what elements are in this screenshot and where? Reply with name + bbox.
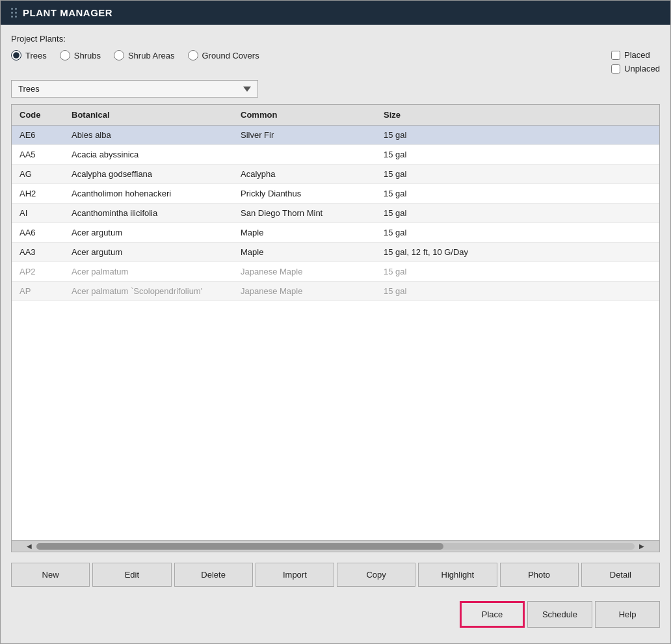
dropdown-row: Trees Shrubs Shrub Areas Ground Covers — [11, 80, 660, 98]
col-header-code: Code — [17, 109, 69, 121]
highlight-button[interactable]: Highlight — [418, 563, 497, 587]
cell-code: AE6 — [17, 129, 69, 141]
cell-common: San Diego Thorn Mint — [238, 207, 381, 219]
plant-table: Code Botanical Common Size AE6 Abies alb… — [11, 104, 660, 552]
cell-common — [238, 148, 381, 161]
title-bar: PLANT MANAGER — [1, 1, 670, 25]
place-button[interactable]: Place — [460, 601, 525, 628]
project-plants-label: Project Plants: — [11, 34, 660, 44]
plant-manager-panel: PLANT MANAGER Project Plants: Trees Shru… — [0, 0, 671, 644]
table-row[interactable]: AA3 Acer argutum Maple 15 gal, 12 ft, 10… — [12, 243, 659, 262]
radio-shrubs-label: Shrubs — [74, 51, 101, 60]
cell-common: Japanese Maple — [238, 265, 381, 278]
checkbox-group: Placed Unplaced — [611, 50, 660, 74]
radio-ground-covers-label: Ground Covers — [202, 51, 259, 60]
scroll-left-arrow[interactable]: ◀ — [25, 542, 34, 551]
import-button[interactable]: Import — [256, 563, 334, 587]
cell-size: 15 gal — [381, 129, 654, 141]
cell-code: AI — [17, 207, 69, 219]
edit-button[interactable]: Edit — [92, 563, 171, 587]
cell-size: 15 gal — [381, 187, 654, 200]
cell-botanical: Acalypha godseffiana — [69, 168, 238, 180]
table-row[interactable]: AP2 Acer palmatum Japanese Maple 15 gal — [12, 262, 659, 282]
detail-button[interactable]: Detail — [581, 563, 660, 587]
cell-code: AA3 — [17, 246, 69, 258]
bottom-buttons: NewEditDeleteImportCopyHighlightPhotoDet… — [11, 559, 660, 591]
radio-ground-covers[interactable]: Ground Covers — [188, 50, 259, 60]
plant-type-dropdown[interactable]: Trees Shrubs Shrub Areas Ground Covers — [11, 80, 258, 98]
table-row[interactable]: AA5 Acacia abyssinica 15 gal — [12, 145, 659, 165]
table-row[interactable]: AP Acer palmatum `Scolopendrifolium' Jap… — [12, 282, 659, 301]
radio-shrub-areas[interactable]: Shrub Areas — [114, 50, 175, 60]
scroll-right-arrow[interactable]: ▶ — [637, 542, 646, 551]
table-row[interactable]: AH2 Acantholimon hohenackeri Prickly Dia… — [12, 184, 659, 204]
radio-trees[interactable]: Trees — [11, 50, 47, 60]
table-row[interactable]: AA6 Acer argutum Maple 15 gal — [12, 223, 659, 243]
scroll-thumb[interactable] — [36, 543, 443, 550]
cell-common: Prickly Dianthus — [238, 187, 381, 200]
radio-shrub-areas-label: Shrub Areas — [128, 51, 175, 60]
drag-handle[interactable] — [11, 8, 18, 18]
cell-botanical: Acanthomintha ilicifolia — [69, 207, 238, 219]
cell-size: 15 gal — [381, 265, 654, 278]
table-row[interactable]: AG Acalypha godseffiana Acalypha 15 gal — [12, 165, 659, 184]
cell-common: Maple — [238, 246, 381, 258]
cell-size: 15 gal — [381, 207, 654, 219]
cell-size: 15 gal — [381, 226, 654, 239]
table-header: Code Botanical Common Size — [12, 105, 659, 126]
delete-button[interactable]: Delete — [174, 563, 253, 587]
col-header-size: Size — [381, 109, 654, 121]
copy-button[interactable]: Copy — [337, 563, 415, 587]
col-header-botanical: Botanical — [69, 109, 238, 121]
cell-botanical: Acantholimon hohenackeri — [69, 187, 238, 200]
title-text: PLANT MANAGER — [23, 7, 112, 18]
cell-common: Japanese Maple — [238, 285, 381, 297]
photo-button[interactable]: Photo — [500, 563, 579, 587]
cell-common: Acalypha — [238, 168, 381, 180]
main-content: Project Plants: Trees Shrubs Shrub Areas — [1, 25, 670, 643]
scroll-track[interactable] — [36, 543, 635, 550]
cell-code: AH2 — [17, 187, 69, 200]
radio-shrubs[interactable]: Shrubs — [60, 50, 101, 60]
help-button[interactable]: Help — [595, 601, 660, 628]
checkbox-unplaced-label: Unplaced — [624, 64, 660, 74]
cell-botanical: Acacia abyssinica — [69, 148, 238, 161]
radio-group-row: Trees Shrubs Shrub Areas Ground Covers — [11, 50, 259, 60]
cell-botanical: Acer palmatum `Scolopendrifolium' — [69, 285, 238, 297]
cell-code: AP2 — [17, 265, 69, 278]
cell-code: AA6 — [17, 226, 69, 239]
table-row[interactable]: AE6 Abies alba Silver Fir 15 gal — [12, 126, 659, 145]
radio-trees-label: Trees — [25, 51, 47, 60]
checkbox-placed[interactable]: Placed — [611, 50, 660, 60]
new-button[interactable]: New — [11, 563, 90, 587]
cell-size: 15 gal — [381, 168, 654, 180]
cell-botanical: Acer argutum — [69, 226, 238, 239]
checkbox-placed-label: Placed — [624, 50, 650, 60]
cell-size: 15 gal, 12 ft, 10 G/Day — [381, 246, 654, 258]
schedule-button[interactable]: Schedule — [527, 601, 592, 628]
cell-size: 15 gal — [381, 148, 654, 161]
col-header-common: Common — [238, 109, 381, 121]
cell-code: AP — [17, 285, 69, 297]
cell-botanical: Abies alba — [69, 129, 238, 141]
table-body: AE6 Abies alba Silver Fir 15 gal AA5 Aca… — [12, 126, 659, 540]
cell-code: AG — [17, 168, 69, 180]
horizontal-scrollbar[interactable]: ◀ ▶ — [12, 540, 659, 552]
cell-botanical: Acer palmatum — [69, 265, 238, 278]
table-row[interactable]: AI Acanthomintha ilicifolia San Diego Th… — [12, 204, 659, 223]
cell-common: Silver Fir — [238, 129, 381, 141]
cell-common: Maple — [238, 226, 381, 239]
action-row: PlaceScheduleHelp — [11, 597, 660, 634]
cell-code: AA5 — [17, 148, 69, 161]
checkbox-unplaced[interactable]: Unplaced — [611, 64, 660, 74]
cell-botanical: Acer argutum — [69, 246, 238, 258]
cell-size: 15 gal — [381, 285, 654, 297]
